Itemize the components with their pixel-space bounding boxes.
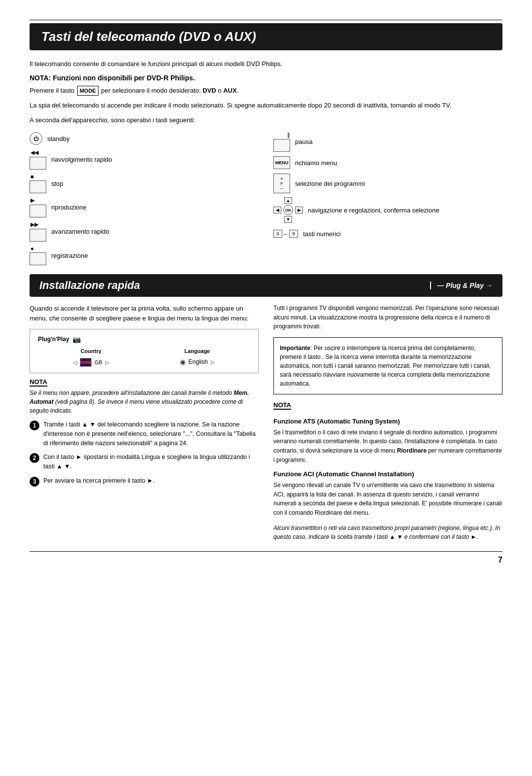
ats-section: Funzione ATS (Automatic Tuning System) S… [273, 418, 502, 464]
lang-row: ◉ English ▷ [144, 358, 251, 366]
nota-left-text: Se il menu non appare, procedere all'ins… [30, 388, 259, 415]
country-row: ◁ GB ▷ [38, 358, 144, 367]
install-left-intro: Quando si accende il televisore per la p… [30, 304, 259, 323]
ff-icon [30, 229, 46, 242]
stop-label: stop [51, 180, 64, 187]
menu-icon: MENU [273, 156, 290, 169]
control-menu: MENU richiamo menu [273, 156, 502, 170]
standby-label: standby [47, 135, 70, 142]
mode-line: Premere il tasto MODE per selezionare il… [30, 86, 502, 96]
pause-icon [273, 139, 290, 152]
line1b-text: per selezionare il modo desiderato: [101, 87, 200, 94]
nota-right: NOTA [273, 401, 502, 413]
aci-italic: Alcuni trasmettitori o reti via cavo tra… [273, 524, 502, 541]
record-icon [30, 252, 46, 265]
control-prog: + P − selezione dei programmi [273, 174, 502, 193]
plug-play-badge: — Plug & Play → [430, 282, 493, 289]
lang-arrow: ▷ [211, 359, 215, 365]
importante-label: Importante [280, 345, 310, 352]
steps: 1 Tramite i tasti ▲ ▼ del telecomando sc… [30, 420, 259, 487]
install-left: Quando si accende il televisore per la p… [30, 304, 259, 541]
importante-box: Importante: Per uscire o interrompere la… [273, 337, 502, 394]
play-icon [30, 205, 46, 217]
gb-flag [80, 358, 92, 367]
control-nav: ▲ ▼ ◀ ▶ OK navigazione e regolazioni, co… [273, 197, 502, 223]
ats-text: Se i trasmettitori o il cavo di rete inv… [273, 428, 502, 464]
section1-intro: Il telecomando consente di comandare le … [30, 59, 502, 69]
line1d-text: o [218, 87, 221, 94]
nota-heading: NOTA: Funzioni non disponibili per DVD-R… [30, 74, 502, 82]
control-rewind: ◀◀ riavvolgimento rapido [30, 149, 259, 170]
control-num: 0 – 9 tasti numerici [273, 227, 502, 241]
step-2-num: 2 [30, 453, 39, 463]
ff-label: avanzamento rapido [51, 228, 109, 235]
lang-dot: ◉ [180, 358, 186, 366]
nav-label: navigazione e regolazioni, conferma sele… [308, 207, 439, 214]
control-stop: ■ stop [30, 174, 259, 193]
aci-text: Se vengono rilevati un canale TV o un'em… [273, 481, 502, 517]
line1-text: Premere il tasto [30, 87, 74, 94]
section1-banner: Tasti del telecomando (DVD o AUX) [30, 23, 502, 50]
control-pause: ‖ pausa [273, 132, 502, 152]
line3-text: A seconda dell'apparecchio, sono operati… [30, 115, 502, 125]
lang-val: English [189, 358, 208, 365]
ats-bold: Riordinare [397, 447, 427, 454]
controls-left: ⏻ standby ◀◀ riavvolgimento rapido ■ sto… [30, 132, 259, 265]
install-grid: Quando si accende il televisore per la p… [30, 304, 502, 541]
stop-icon [30, 180, 46, 193]
lang-head: Language [144, 348, 251, 354]
importante-text: : Per uscire o interrompere la ricerca p… [280, 345, 491, 387]
aux-label: AUX [223, 87, 236, 94]
step-1-num: 1 [30, 421, 39, 430]
install-title: Installazione rapida [39, 279, 140, 292]
nav-icon: ▲ ▼ ◀ ▶ OK [273, 197, 303, 223]
rewind-label: riavvolgimento rapido [51, 156, 112, 163]
control-play: ▶ riproduzione [30, 197, 259, 217]
mode-box: MODE [77, 86, 99, 96]
country-head: Country [38, 348, 144, 354]
play-label: riproduzione [51, 204, 87, 211]
controls-grid: ⏻ standby ◀◀ riavvolgimento rapido ■ sto… [30, 132, 502, 265]
control-ff: ▶▶ avanzamento rapido [30, 221, 259, 242]
step-3-num: 3 [30, 477, 39, 487]
nota-right-label: NOTA [273, 401, 291, 410]
standby-icon: ⏻ [30, 132, 42, 145]
rewind-icon [30, 157, 46, 170]
nota-left-label: NOTA [30, 378, 47, 387]
right-intro: Tutti i programmi TV disponibili vengono… [273, 304, 502, 331]
aci-heading: Funzione ACI (Automatic Channel Installa… [273, 470, 502, 478]
nota-left: NOTA Se il menu non appare, procedere al… [30, 378, 259, 415]
line2-text: La spia del telecomando si accende per i… [30, 101, 502, 110]
install-banner: Installazione rapida — Plug & Play → [30, 274, 502, 297]
num-icon: 0 – 9 [273, 230, 298, 238]
control-record: ● registrazione [30, 246, 259, 265]
prog-icon: + P − [273, 174, 290, 193]
ats-heading: Funzione ATS (Automatic Tuning System) [273, 418, 502, 425]
right-arrow: ▷ [105, 359, 109, 366]
step-3: 3 Per avviare la ricerca premere il tast… [30, 476, 259, 487]
menu-label: richiamo menu [295, 159, 337, 167]
step-1-text: Tramite i tasti ▲ ▼ del telecomando sceg… [43, 420, 259, 448]
dvd-label: DVD [202, 87, 216, 94]
plugnplay-lang-col: Language ◉ English ▷ [144, 348, 251, 367]
plugnplay-box: Plug'n'Play 📷 Country ◁ GB ▷ [30, 329, 259, 373]
plugnplay-cols: Country ◁ GB ▷ Language [38, 348, 250, 367]
plugnplay-country-col: Country ◁ GB ▷ [38, 348, 144, 367]
step-2: 2 Con il tasto ► spostarsi in modalità L… [30, 453, 259, 471]
step-2-text: Con il tasto ► spostarsi in modalità Lin… [43, 453, 259, 471]
left-arrow: ◁ [73, 359, 77, 366]
step-3-text: Per avviare la ricerca premere il tasto … [43, 476, 155, 486]
install-right: Tutti i programmi TV disponibili vengono… [273, 304, 502, 541]
plugnplay-header: Plug'n'Play 📷 [38, 335, 250, 343]
step-1: 1 Tramite i tasti ▲ ▼ del telecomando sc… [30, 420, 259, 448]
record-label: registrazione [51, 252, 88, 259]
num-label: tasti numerici [303, 230, 341, 238]
controls-right: ‖ pausa MENU richiamo menu + P − selezio… [273, 132, 502, 265]
pause-label: pausa [295, 138, 312, 145]
country-val: GB [95, 359, 102, 365]
control-standby: ⏻ standby [30, 132, 259, 145]
page-number: 7 [30, 551, 502, 564]
aci-section: Funzione ACI (Automatic Channel Installa… [273, 470, 502, 541]
prog-label: selezione dei programmi [295, 180, 365, 187]
